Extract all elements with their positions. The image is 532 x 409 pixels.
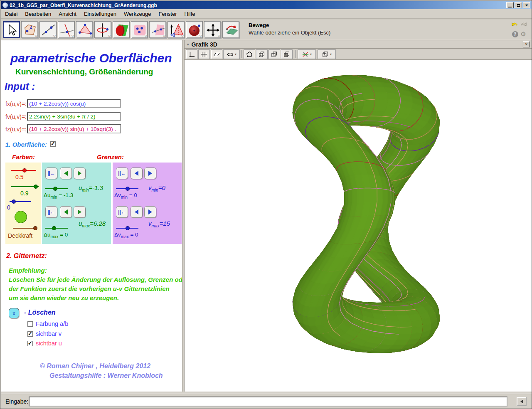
tool-dropdown-icon[interactable]: ▽ — [200, 34, 202, 38]
tool-rotate-3d-view[interactable] — [222, 21, 239, 38]
menu-hilfe[interactable]: Hilfe — [181, 10, 199, 18]
u-min-play-button[interactable] — [74, 168, 86, 179]
3d-surface-canvas[interactable] — [185, 60, 532, 392]
tool-points-on-plane[interactable]: ▽ — [131, 21, 148, 38]
delete-grid-button[interactable]: x — [9, 308, 19, 318]
delta-u-max-thumb[interactable] — [52, 226, 56, 230]
help-button[interactable]: ? — [511, 30, 519, 38]
blue-slider[interactable] — [10, 201, 31, 202]
input-help-toggle-button[interactable] — [517, 397, 527, 406]
delta-u-min-slider[interactable] — [45, 188, 68, 189]
tool-dropdown-icon[interactable]: ▽ — [108, 34, 111, 38]
show-axes-button[interactable] — [186, 49, 197, 59]
u-max-step-back-button[interactable] — [60, 206, 72, 218]
tool-dropdown-icon[interactable]: ▽ — [53, 34, 56, 38]
tool-dropdown-icon[interactable]: ▽ — [181, 34, 184, 38]
menu-ansicht[interactable]: Ansicht — [55, 10, 80, 18]
red-slider[interactable] — [11, 170, 36, 171]
green-slider-thumb[interactable] — [34, 185, 38, 189]
tool-plane-through-points[interactable]: ▽ — [149, 21, 166, 38]
tool-dropdown-icon[interactable]: ▽ — [145, 34, 147, 38]
tool-point-in-region[interactable]: A ▽ — [21, 21, 38, 38]
show-plane-button[interactable] — [211, 49, 222, 59]
menu-bearbeiten[interactable]: Bearbeiten — [21, 10, 55, 18]
settings-button[interactable]: ⚙ — [519, 30, 527, 38]
delta-v-min-slider[interactable] — [116, 188, 138, 189]
svg-text:A: A — [29, 26, 32, 30]
restore-button[interactable] — [515, 2, 522, 8]
dropdown-icon[interactable]: ▾ — [235, 52, 236, 56]
fx-input[interactable] — [27, 99, 121, 108]
redo-button[interactable] — [519, 21, 527, 29]
delta-v-max-thumb[interactable] — [126, 226, 130, 230]
menu-datei[interactable]: Datei — [1, 10, 21, 18]
fz-row: fz(u,v)=: — [5, 124, 27, 134]
fz-input[interactable] — [27, 124, 121, 133]
color-circle-button[interactable] — [15, 211, 27, 223]
opacity-slider-thumb[interactable] — [33, 226, 37, 230]
undo-button[interactable] — [511, 21, 519, 29]
v-max-reset-button[interactable]: ||← — [116, 206, 128, 218]
tool-intersect-surfaces[interactable] — [113, 21, 130, 38]
panel-collapse-icon[interactable]: ▾ — [187, 42, 189, 47]
delta-v-min-thumb[interactable] — [126, 187, 130, 191]
u-min-step-back-button[interactable] — [60, 168, 72, 179]
tool-sphere[interactable]: ▽ — [186, 21, 203, 38]
view-xy-button[interactable] — [256, 49, 268, 59]
tool-polygon[interactable]: ▽ — [76, 21, 93, 38]
empfehlung-heading: Empfehlung: — [9, 267, 47, 274]
minimize-button[interactable] — [506, 2, 514, 8]
v-min-step-back-button[interactable] — [131, 168, 143, 179]
tool-dropdown-icon[interactable]: ▽ — [218, 34, 220, 38]
view-xz-button[interactable] — [268, 49, 280, 59]
v-min-reset-button[interactable]: ||← — [116, 168, 128, 179]
v-max-step-back-button[interactable] — [131, 206, 143, 218]
tool-pyramid[interactable]: ▽ — [167, 21, 185, 38]
menu-einstellungen[interactable]: Einstellungen — [80, 10, 120, 18]
tool-intersect-lines[interactable]: ▽ — [58, 21, 75, 38]
menu-werkzeuge[interactable]: Werkzeuge — [120, 10, 155, 18]
tool-dropdown-icon[interactable]: ▽ — [163, 34, 165, 38]
rotate-view-button[interactable]: ▾ — [223, 49, 240, 59]
credit-line-1: © Roman Chijner , Heidelberg 2012 — [40, 362, 150, 370]
v-min-play-button[interactable] — [144, 168, 156, 179]
red-slider-thumb[interactable] — [22, 168, 27, 172]
u-max-reset-button[interactable]: ||← — [45, 206, 57, 218]
delta-u-max-slider[interactable] — [45, 228, 68, 229]
u-min-reset-button[interactable]: ||← — [45, 168, 57, 179]
delta-u-min-thumb[interactable] — [53, 187, 57, 191]
rotate-3d-view-icon — [224, 22, 239, 38]
clipping-box-button[interactable]: ▾ — [318, 49, 336, 59]
eingabe-input[interactable] — [29, 397, 507, 407]
view-yz-button[interactable] — [281, 49, 293, 59]
tool-circle-axis[interactable]: ▽ — [94, 21, 111, 38]
tool-dropdown-icon[interactable]: ▽ — [35, 34, 37, 38]
sichtbar-u-checkbox[interactable] — [27, 341, 33, 346]
axes-style-button[interactable]: ▾ — [298, 49, 316, 59]
sichtbar-v-checkbox[interactable] — [27, 331, 33, 337]
tool-dropdown-icon[interactable]: ▽ — [71, 34, 74, 38]
view-direction-button[interactable] — [244, 49, 255, 59]
opacity-slider[interactable] — [13, 228, 37, 229]
tool-translate-view[interactable]: ▽ — [204, 21, 221, 38]
faerbung-checkbox[interactable] — [27, 321, 33, 327]
tool-dropdown-icon[interactable]: ▽ — [90, 34, 92, 38]
delta-v-max-slider[interactable] — [116, 228, 138, 229]
dropdown-icon[interactable]: ▾ — [310, 52, 312, 56]
close-button[interactable]: × — [523, 2, 530, 8]
tool-line-two-points[interactable]: ▽ — [39, 21, 57, 38]
v-max-play-button[interactable] — [144, 206, 156, 218]
fv-input[interactable] — [27, 112, 121, 121]
show-grid-button[interactable] — [198, 49, 210, 59]
surface1-checkbox[interactable] — [50, 141, 56, 147]
blue-slider-thumb[interactable] — [12, 200, 16, 204]
grafik3d-close-button[interactable]: × — [523, 41, 530, 47]
u-max-play-button[interactable] — [74, 206, 86, 218]
v-max-value: vmax=15 — [148, 220, 170, 228]
green-slider[interactable] — [11, 186, 39, 187]
dropdown-icon[interactable]: ▾ — [330, 52, 332, 56]
menu-fenster[interactable]: Fenster — [155, 10, 180, 18]
grafik3d-view[interactable] — [185, 60, 532, 392]
tool-move-cursor[interactable] — [3, 21, 20, 38]
delete-button-label: x — [12, 310, 15, 316]
